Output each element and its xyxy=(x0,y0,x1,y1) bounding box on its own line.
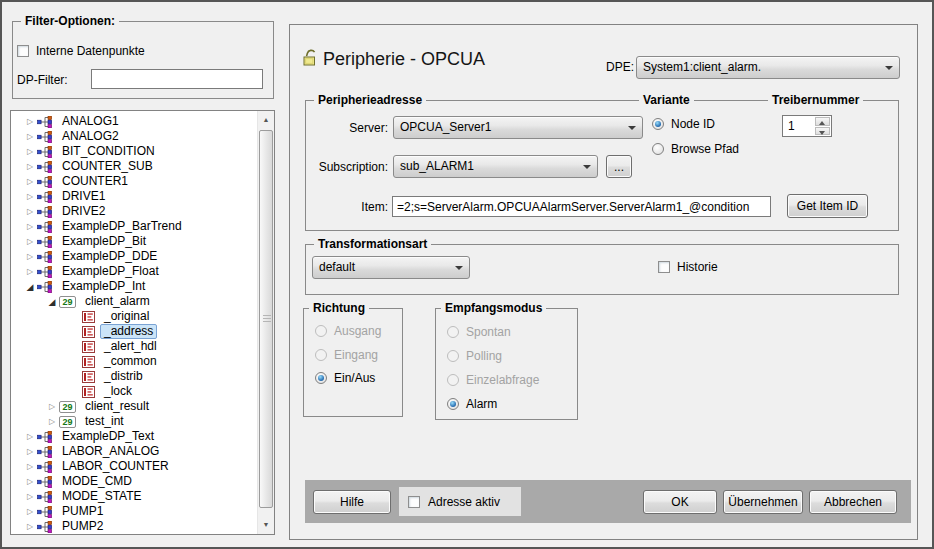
tree-item-mode_cmd[interactable]: ▷MODE_CMD xyxy=(12,474,256,489)
tree-item-common[interactable]: _common xyxy=(12,354,256,369)
tree-item-counter1[interactable]: ▷COUNTER1 xyxy=(12,174,256,189)
radio-label: Ausgang xyxy=(334,324,381,338)
tree-expander-collapsed-icon[interactable]: ▷ xyxy=(23,132,37,141)
datapoint-type-icon xyxy=(37,281,53,293)
ok-button[interactable]: OK xyxy=(643,490,717,514)
tree-expander-collapsed-icon[interactable]: ▷ xyxy=(23,252,37,261)
radio-dot-icon xyxy=(447,398,459,410)
dpe-combobox[interactable]: System1:client_alarm. xyxy=(636,56,900,79)
radio-label: Alarm xyxy=(466,397,497,411)
address-config-window: Filter-Optionen: Interne Datenpunkte DP-… xyxy=(0,0,934,549)
server-combobox[interactable]: OPCUA_Server1 xyxy=(393,116,643,139)
transformationsart-group: Transformationsart default Historie xyxy=(305,244,899,295)
tree-item-exampledp_dde[interactable]: ▷ExampleDP_DDE xyxy=(12,249,256,264)
tree-item-client_result[interactable]: ▷29client_result xyxy=(12,399,256,414)
radio-eingang: Eingang xyxy=(315,348,378,362)
tree-expander-collapsed-icon[interactable]: ▷ xyxy=(23,237,37,246)
treibernummer-spinbox[interactable] xyxy=(782,115,832,137)
dp-tree-rows: ▷ANALOG1▷ANALOG2▷BIT_CONDITION▷COUNTER_S… xyxy=(12,114,256,534)
tree-expander-collapsed-icon[interactable]: ▷ xyxy=(23,222,37,231)
subscription-label: Subscription: xyxy=(308,160,388,174)
tree-item-address[interactable]: _address xyxy=(12,324,256,339)
scroll-up-icon[interactable]: ▲ xyxy=(258,112,274,128)
abbrechen-button[interactable]: Abbrechen xyxy=(809,490,897,514)
hilfe-button[interactable]: Hilfe xyxy=(313,490,391,514)
tree-expander-collapsed-icon[interactable]: ▷ xyxy=(45,417,59,426)
subscription-combobox[interactable]: sub_ALARM1 xyxy=(393,155,598,178)
tree-item-mode_state[interactable]: ▷MODE_STATE xyxy=(12,489,256,504)
tree-item-label: ExampleDP_BarTrend xyxy=(58,219,186,234)
tree-expander-collapsed-icon[interactable]: ▷ xyxy=(23,507,37,516)
tree-item-analog2[interactable]: ▷ANALOG2 xyxy=(12,129,256,144)
tree-expander-collapsed-icon[interactable]: ▷ xyxy=(23,462,37,471)
tree-expander-collapsed-icon[interactable]: ▷ xyxy=(23,492,37,501)
tree-expander-collapsed-icon[interactable]: ▷ xyxy=(23,432,37,441)
tree-expander-expanded-icon[interactable]: ◢ xyxy=(23,282,37,292)
tree-item-labor_analog[interactable]: ▷LABOR_ANALOG xyxy=(12,444,256,459)
historie-checkbox[interactable]: Historie xyxy=(658,260,718,274)
tree-item-bit_condition[interactable]: ▷BIT_CONDITION xyxy=(12,144,256,159)
tree-item-counter_sub[interactable]: ▷COUNTER_SUB xyxy=(12,159,256,174)
tree-item-label: _address xyxy=(100,324,157,339)
tree-expander-collapsed-icon[interactable]: ▷ xyxy=(23,117,37,126)
dp-filter-input[interactable] xyxy=(91,69,263,89)
tree-item-exampledp_text[interactable]: ▷ExampleDP_Text xyxy=(12,429,256,444)
uebernehmen-button[interactable]: Übernehmen xyxy=(723,490,803,514)
tree-item-label: BIT_CONDITION xyxy=(58,144,159,159)
radio-node-id[interactable]: Node ID xyxy=(652,117,715,131)
radio-dot-icon xyxy=(315,372,327,384)
adresse-aktiv-checkbox[interactable]: Adresse aktiv xyxy=(399,487,521,516)
tree-expander-collapsed-icon[interactable]: ▷ xyxy=(23,207,37,216)
tree-item-pump1[interactable]: ▷PUMP1 xyxy=(12,504,256,519)
tree-expander-collapsed-icon[interactable]: ▷ xyxy=(23,192,37,201)
get-item-id-button[interactable]: Get Item ID xyxy=(787,194,868,218)
dpe-label: DPE: xyxy=(598,60,634,74)
tree-scrollbar[interactable]: ▲ ▼ xyxy=(257,111,274,534)
interne-datenpunkte-checkbox[interactable]: Interne Datenpunkte xyxy=(17,44,145,58)
tree-item-drive2[interactable]: ▷DRIVE2 xyxy=(12,204,256,219)
tree-item-original[interactable]: _original xyxy=(12,309,256,324)
tree-item-exampledp_bartrend[interactable]: ▷ExampleDP_BarTrend xyxy=(12,219,256,234)
spin-up-icon[interactable] xyxy=(815,117,830,126)
datapoint-type-icon xyxy=(37,176,53,188)
transformationsart-combobox[interactable]: default xyxy=(312,256,470,279)
scrollbar-thumb[interactable] xyxy=(259,130,273,508)
treibernummer-input[interactable] xyxy=(784,117,812,134)
scroll-down-icon[interactable]: ▼ xyxy=(258,517,274,533)
checkbox-icon xyxy=(658,261,670,273)
tree-item-lock[interactable]: _lock xyxy=(12,384,256,399)
tree-expander-expanded-icon[interactable]: ◢ xyxy=(45,297,59,307)
tree-expander-collapsed-icon[interactable]: ▷ xyxy=(23,162,37,171)
interne-datenpunkte-label: Interne Datenpunkte xyxy=(36,44,145,58)
tree-item-analog1[interactable]: ▷ANALOG1 xyxy=(12,114,256,129)
tree-item-label: MODE_CMD xyxy=(58,474,136,489)
radio-ein-aus[interactable]: Ein/Aus xyxy=(315,371,375,385)
tree-item-exampledp_float[interactable]: ▷ExampleDP_Float xyxy=(12,264,256,279)
tree-item-alert_hdl[interactable]: _alert_hdl xyxy=(12,339,256,354)
subscription-browse-button[interactable]: ... xyxy=(606,155,632,178)
tree-item-label: _alert_hdl xyxy=(100,339,161,354)
item-input[interactable] xyxy=(392,196,771,217)
radio-alarm[interactable]: Alarm xyxy=(447,397,497,411)
tree-item-test_int[interactable]: ▷29test_int xyxy=(12,414,256,429)
tree-item-pump2[interactable]: ▷PUMP2 xyxy=(12,519,256,534)
radio-browse-pfad[interactable]: Browse Pfad xyxy=(652,142,739,156)
tree-expander-collapsed-icon[interactable]: ▷ xyxy=(23,147,37,156)
tree-expander-collapsed-icon[interactable]: ▷ xyxy=(23,477,37,486)
tree-expander-collapsed-icon[interactable]: ▷ xyxy=(23,522,37,531)
tree-item-labor_counter[interactable]: ▷LABOR_COUNTER xyxy=(12,459,256,474)
config-attribute-icon xyxy=(82,311,95,323)
tree-expander-collapsed-icon[interactable]: ▷ xyxy=(23,447,37,456)
tree-item-exampledp_int[interactable]: ◢ExampleDP_Int xyxy=(12,279,256,294)
tree-expander-collapsed-icon[interactable]: ▷ xyxy=(45,402,59,411)
config-attribute-icon xyxy=(82,326,95,338)
tree-expander-collapsed-icon[interactable]: ▷ xyxy=(23,267,37,276)
tree-item-exampledp_bit[interactable]: ▷ExampleDP_Bit xyxy=(12,234,256,249)
spin-down-icon[interactable] xyxy=(815,127,830,136)
radio-dot-icon xyxy=(315,325,327,337)
tree-item-drive1[interactable]: ▷DRIVE1 xyxy=(12,189,256,204)
tree-expander-collapsed-icon[interactable]: ▷ xyxy=(23,177,37,186)
tree-item-client_alarm[interactable]: ◢29client_alarm xyxy=(12,294,256,309)
tree-item-distrib[interactable]: _distrib xyxy=(12,369,256,384)
datapoint-type-icon xyxy=(37,206,53,218)
